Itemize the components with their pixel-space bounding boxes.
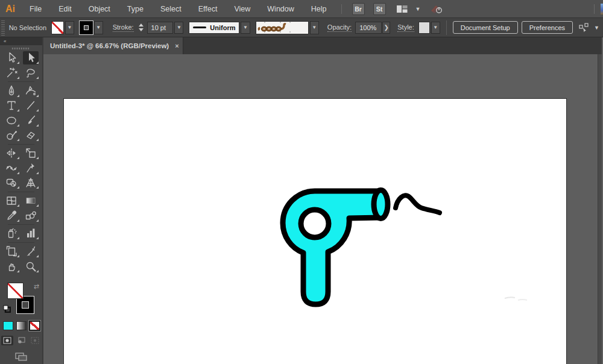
stroke-dropdown-chevron-icon[interactable]: ▼ bbox=[94, 21, 103, 34]
toolbar-divider bbox=[8, 192, 34, 192]
swap-fill-stroke-icon[interactable]: ⇄ bbox=[34, 283, 39, 290]
eyedropper-tool[interactable] bbox=[4, 209, 19, 222]
opacity-arrow-icon[interactable]: ❯ bbox=[382, 22, 390, 34]
draw-inside-button[interactable] bbox=[29, 336, 41, 345]
eraser-tool[interactable] bbox=[23, 128, 39, 142]
hair-dryer-cord[interactable] bbox=[396, 195, 440, 213]
stock-button[interactable]: St bbox=[373, 3, 386, 15]
workspace-chevron-icon[interactable]: ▼ bbox=[415, 6, 421, 12]
document-setup-button[interactable]: Document Setup bbox=[453, 21, 518, 34]
hair-dryer-body[interactable] bbox=[283, 191, 382, 304]
tools-panel: « bbox=[0, 37, 43, 364]
hair-dryer-artwork[interactable] bbox=[64, 99, 567, 364]
menu-type[interactable]: Type bbox=[119, 0, 152, 18]
menu-effect[interactable]: Effect bbox=[190, 0, 226, 18]
collapsed-panel-strip[interactable] bbox=[598, 54, 602, 364]
fill-proxy-swatch[interactable] bbox=[7, 283, 24, 299]
none-button[interactable] bbox=[30, 321, 40, 330]
fill-dropdown-chevron-icon[interactable]: ▼ bbox=[65, 21, 74, 34]
draw-behind-button[interactable] bbox=[15, 336, 27, 345]
preferences-button[interactable]: Preferences bbox=[522, 21, 573, 34]
width-profile-chevron-icon[interactable]: ▼ bbox=[241, 22, 250, 34]
hair-dryer-barrel[interactable] bbox=[374, 190, 388, 219]
canvas-pasteboard[interactable] bbox=[43, 54, 602, 364]
gpu-performance-icon[interactable] bbox=[430, 4, 443, 14]
width-tool[interactable] bbox=[4, 162, 19, 175]
menu-view[interactable]: View bbox=[226, 0, 259, 18]
opacity-value[interactable]: 100% bbox=[355, 22, 382, 34]
line-segment-tool[interactable] bbox=[23, 99, 39, 112]
paintbrush-tool[interactable] bbox=[23, 114, 39, 127]
select-similar-icon[interactable] bbox=[578, 22, 590, 33]
toolbar-divider bbox=[8, 144, 34, 145]
perspective-grid-tool[interactable] bbox=[23, 176, 39, 189]
hand-tool[interactable] bbox=[4, 260, 19, 273]
scale-tool[interactable] bbox=[23, 146, 39, 160]
blend-tool[interactable] bbox=[23, 209, 39, 222]
toolbar-divider bbox=[8, 224, 34, 225]
controlbar-grip-handle[interactable] bbox=[1, 20, 5, 36]
stroke-weight-value[interactable]: 10 pt bbox=[147, 22, 174, 34]
magic-wand-tool[interactable] bbox=[4, 66, 19, 80]
width-profile-value: Uniform bbox=[210, 24, 235, 31]
menu-file[interactable]: File bbox=[21, 0, 50, 18]
controlbar-divider bbox=[446, 20, 447, 35]
pen-tool[interactable] bbox=[4, 84, 19, 98]
stroke-weight-stepper[interactable] bbox=[139, 24, 144, 31]
menubar-divider bbox=[341, 4, 342, 14]
artboard-tool[interactable] bbox=[4, 245, 19, 258]
brush-definition-select[interactable] bbox=[256, 21, 309, 34]
width-profile-select[interactable]: Uniform bbox=[189, 22, 239, 34]
style-chevron-icon[interactable]: ▼ bbox=[431, 22, 440, 34]
brush-chevron-icon[interactable]: ▼ bbox=[310, 21, 319, 34]
fill-stroke-control: ⇄ bbox=[0, 281, 43, 318]
shape-builder-tool[interactable] bbox=[4, 176, 19, 189]
menu-help[interactable]: Help bbox=[303, 0, 335, 18]
tab-close-icon[interactable]: × bbox=[175, 42, 178, 49]
draw-normal-button[interactable] bbox=[1, 336, 13, 345]
style-label[interactable]: Style: bbox=[397, 24, 414, 32]
illustrator-logo[interactable]: Ai bbox=[0, 4, 21, 14]
hair-dryer-vent[interactable] bbox=[301, 210, 329, 237]
artboard[interactable] bbox=[63, 98, 567, 364]
panel-drag-handle[interactable] bbox=[12, 48, 30, 49]
opacity-label[interactable]: Opacity: bbox=[327, 24, 352, 32]
default-fill-stroke-icon[interactable] bbox=[3, 304, 11, 315]
ellipse-tool[interactable] bbox=[4, 114, 19, 127]
gradient-button[interactable] bbox=[16, 321, 27, 330]
stroke-weight-label[interactable]: Stroke: bbox=[113, 24, 134, 32]
stroke-proxy-swatch[interactable] bbox=[17, 297, 34, 313]
document-tab[interactable]: Untitled-3* @ 66.67% (RGB/Preview) × bbox=[43, 37, 183, 54]
menu-window[interactable]: Window bbox=[259, 0, 302, 18]
slice-tool[interactable] bbox=[23, 245, 39, 258]
mesh-tool[interactable] bbox=[4, 194, 19, 207]
toolbar-divider bbox=[8, 81, 34, 82]
curvature-tool[interactable] bbox=[23, 84, 39, 98]
puppet-warp-tool[interactable] bbox=[23, 162, 39, 175]
stroke-color-swatch[interactable] bbox=[80, 21, 93, 34]
zoom-tool[interactable] bbox=[23, 260, 39, 273]
collapse-panel-button[interactable]: « bbox=[0, 37, 42, 45]
color-button[interactable] bbox=[3, 321, 13, 330]
bridge-button[interactable]: Br bbox=[352, 3, 365, 15]
change-screen-mode-button[interactable] bbox=[14, 352, 28, 364]
search-icon[interactable] bbox=[601, 4, 603, 14]
column-graph-tool[interactable] bbox=[23, 227, 39, 240]
shaper-tool[interactable] bbox=[4, 128, 19, 142]
color-type-buttons bbox=[3, 321, 40, 330]
menu-edit[interactable]: Edit bbox=[50, 0, 80, 18]
symbol-sprayer-tool[interactable] bbox=[4, 227, 19, 240]
selection-tool[interactable] bbox=[4, 51, 19, 64]
type-tool[interactable] bbox=[4, 99, 19, 112]
direct-selection-tool[interactable] bbox=[23, 51, 39, 64]
select-similar-chevron-icon[interactable]: ▼ bbox=[594, 25, 599, 31]
menu-select[interactable]: Select bbox=[152, 0, 190, 18]
gradient-tool[interactable] bbox=[23, 194, 39, 207]
menu-object[interactable]: Object bbox=[80, 0, 119, 18]
style-swatch[interactable] bbox=[418, 22, 430, 34]
workspace-switcher-icon[interactable] bbox=[396, 4, 408, 14]
fill-color-swatch[interactable] bbox=[51, 21, 64, 34]
lasso-tool[interactable] bbox=[23, 66, 39, 80]
stroke-weight-chevron-icon[interactable]: ▼ bbox=[174, 22, 183, 34]
reflect-tool[interactable] bbox=[4, 146, 19, 160]
